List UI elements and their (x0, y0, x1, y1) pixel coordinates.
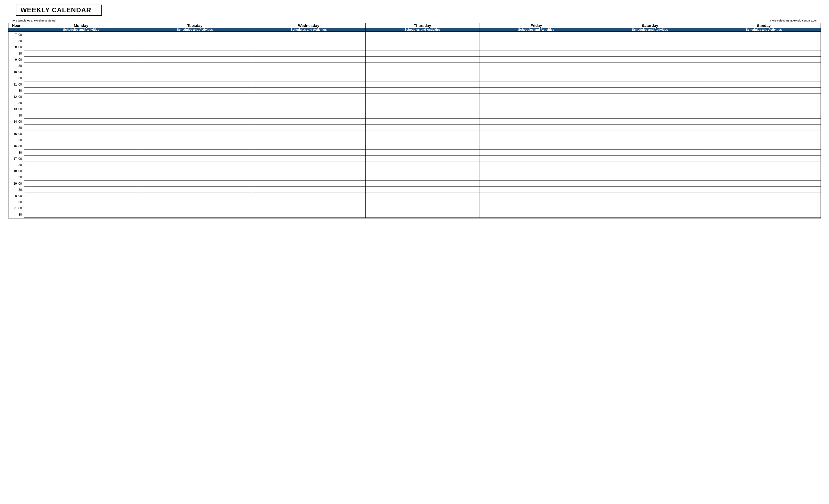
schedule-line[interactable] (252, 137, 365, 143)
schedule-line[interactable] (479, 63, 593, 69)
schedule-line[interactable] (366, 150, 479, 156)
schedule-line[interactable] (707, 94, 821, 100)
schedule-line[interactable] (479, 205, 593, 211)
schedule-line[interactable] (707, 156, 821, 162)
schedule-line[interactable] (593, 193, 707, 199)
schedule-line[interactable] (479, 156, 593, 162)
schedule-line[interactable] (24, 94, 138, 100)
schedule-line[interactable] (707, 168, 821, 174)
schedule-line[interactable] (593, 168, 707, 174)
schedule-line[interactable] (24, 205, 138, 211)
schedule-line[interactable] (138, 150, 251, 156)
schedule-line[interactable] (707, 193, 821, 199)
schedule-line[interactable] (593, 94, 707, 100)
schedule-line[interactable] (138, 87, 251, 94)
schedule-line[interactable] (479, 81, 593, 87)
schedule-line[interactable] (138, 118, 251, 125)
schedule-line[interactable] (138, 162, 251, 168)
schedule-line[interactable] (366, 69, 479, 75)
schedule-line[interactable] (252, 131, 365, 137)
schedule-line[interactable] (24, 181, 138, 187)
schedule-line[interactable] (479, 211, 593, 217)
schedule-line[interactable] (24, 69, 138, 75)
schedule-line[interactable] (24, 137, 138, 143)
schedule-line[interactable] (707, 181, 821, 187)
schedule-line[interactable] (707, 106, 821, 112)
schedule-line[interactable] (593, 32, 707, 38)
schedule-line[interactable] (366, 112, 479, 118)
schedule-line[interactable] (479, 38, 593, 44)
schedule-line[interactable] (252, 174, 365, 180)
schedule-line[interactable] (593, 181, 707, 187)
schedule-line[interactable] (707, 57, 821, 63)
schedule-line[interactable] (24, 50, 138, 57)
schedule-line[interactable] (138, 100, 251, 106)
schedule-line[interactable] (252, 106, 365, 112)
schedule-line[interactable] (366, 174, 479, 180)
schedule-line[interactable] (593, 150, 707, 156)
schedule-line[interactable] (593, 87, 707, 94)
schedule-line[interactable] (138, 106, 251, 112)
schedule-line[interactable] (366, 211, 479, 217)
schedule-line[interactable] (252, 100, 365, 106)
schedule-line[interactable] (138, 57, 251, 63)
schedule-line[interactable] (366, 156, 479, 162)
schedule-line[interactable] (479, 143, 593, 149)
schedule-line[interactable] (366, 87, 479, 94)
schedule-line[interactable] (252, 94, 365, 100)
schedule-line[interactable] (593, 63, 707, 69)
schedule-line[interactable] (366, 162, 479, 168)
schedule-line[interactable] (366, 193, 479, 199)
schedule-line[interactable] (479, 150, 593, 156)
schedule-line[interactable] (24, 211, 138, 217)
schedule-line[interactable] (366, 125, 479, 131)
schedule-line[interactable] (138, 205, 251, 211)
schedule-line[interactable] (479, 32, 593, 38)
schedule-line[interactable] (707, 205, 821, 211)
schedule-line[interactable] (24, 125, 138, 131)
schedule-line[interactable] (252, 199, 365, 205)
schedule-line[interactable] (593, 199, 707, 205)
schedule-line[interactable] (24, 32, 138, 38)
schedule-line[interactable] (479, 50, 593, 57)
schedule-line[interactable] (593, 50, 707, 57)
schedule-line[interactable] (24, 156, 138, 162)
schedule-line[interactable] (366, 50, 479, 57)
schedule-line[interactable] (593, 81, 707, 87)
schedule-line[interactable] (707, 81, 821, 87)
schedule-line[interactable] (593, 112, 707, 118)
schedule-line[interactable] (707, 100, 821, 106)
schedule-line[interactable] (593, 69, 707, 75)
schedule-line[interactable] (252, 69, 365, 75)
schedule-line[interactable] (138, 174, 251, 180)
schedule-line[interactable] (707, 174, 821, 180)
schedule-line[interactable] (252, 211, 365, 217)
schedule-line[interactable] (707, 125, 821, 131)
schedule-line[interactable] (138, 211, 251, 217)
schedule-line[interactable] (24, 63, 138, 69)
schedule-line[interactable] (479, 162, 593, 168)
schedule-line[interactable] (479, 44, 593, 50)
schedule-line[interactable] (366, 100, 479, 106)
schedule-line[interactable] (707, 63, 821, 69)
schedule-line[interactable] (24, 38, 138, 44)
schedule-line[interactable] (366, 137, 479, 143)
schedule-line[interactable] (593, 106, 707, 112)
schedule-line[interactable] (252, 118, 365, 125)
schedule-line[interactable] (138, 81, 251, 87)
schedule-line[interactable] (479, 118, 593, 125)
schedule-line[interactable] (252, 181, 365, 187)
schedule-line[interactable] (138, 199, 251, 205)
schedule-line[interactable] (366, 94, 479, 100)
schedule-line[interactable] (24, 57, 138, 63)
schedule-line[interactable] (593, 118, 707, 125)
schedule-line[interactable] (252, 50, 365, 57)
schedule-line[interactable] (138, 63, 251, 69)
schedule-line[interactable] (707, 199, 821, 205)
schedule-line[interactable] (479, 131, 593, 137)
schedule-line[interactable] (707, 69, 821, 75)
schedule-line[interactable] (138, 137, 251, 143)
schedule-line[interactable] (24, 174, 138, 180)
schedule-line[interactable] (252, 143, 365, 149)
schedule-line[interactable] (24, 143, 138, 149)
